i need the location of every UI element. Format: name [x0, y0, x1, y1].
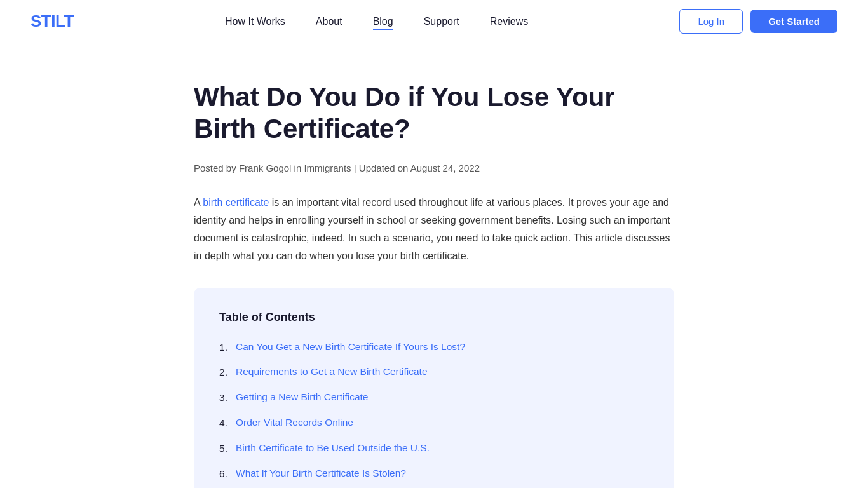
toc-item-6: What If Your Birth Certificate Is Stolen…	[219, 466, 649, 482]
nav-blog[interactable]: Blog	[373, 16, 393, 30]
nav-how-it-works[interactable]: How It Works	[225, 16, 285, 29]
main-nav: STILT How It Works About Blog Support Re…	[0, 0, 868, 43]
toc-item-3: Getting a New Birth Certificate	[219, 390, 649, 406]
toc-item-1: Can You Get a New Birth Certificate If Y…	[219, 339, 649, 356]
get-started-button[interactable]: Get Started	[750, 10, 837, 33]
toc-link-5[interactable]: Birth Certificate to Be Used Outside the…	[236, 440, 430, 456]
toc-item-5: Birth Certificate to Be Used Outside the…	[219, 440, 649, 457]
toc-link-3[interactable]: Getting a New Birth Certificate	[236, 390, 368, 405]
toc-item-4: Order Vital Records Online	[219, 415, 649, 431]
nav-links: How It Works About Blog Support Reviews	[225, 13, 528, 30]
toc-link-1[interactable]: Can You Get a New Birth Certificate If Y…	[236, 339, 465, 355]
article-intro: A birth certificate is an important vita…	[194, 194, 674, 265]
toc-link-2[interactable]: Requirements to Get a New Birth Certific…	[236, 364, 428, 380]
toc-link-6[interactable]: What If Your Birth Certificate Is Stolen…	[236, 466, 406, 482]
toc-item-2: Requirements to Get a New Birth Certific…	[219, 364, 649, 381]
main-content: What Do You Do if You Lose Your Birth Ce…	[0, 43, 868, 488]
toc-link-4[interactable]: Order Vital Records Online	[236, 415, 353, 431]
birth-certificate-link[interactable]: birth certificate	[203, 197, 269, 208]
toc-list: Can You Get a New Birth Certificate If Y…	[219, 339, 649, 488]
nav-actions: Log In Get Started	[679, 9, 837, 34]
table-of-contents: Table of Contents Can You Get a New Birt…	[194, 288, 674, 488]
nav-reviews[interactable]: Reviews	[490, 16, 528, 29]
toc-title: Table of Contents	[219, 308, 649, 327]
nav-support[interactable]: Support	[424, 16, 459, 29]
article-title: What Do You Do if You Lose Your Birth Ce…	[194, 81, 674, 146]
login-button[interactable]: Log In	[679, 9, 743, 34]
article-meta: Posted by Frank Gogol in Immigrants | Up…	[194, 161, 674, 176]
intro-before-link: A	[194, 197, 203, 208]
nav-about[interactable]: About	[316, 16, 342, 29]
logo[interactable]: STILT	[31, 8, 74, 35]
